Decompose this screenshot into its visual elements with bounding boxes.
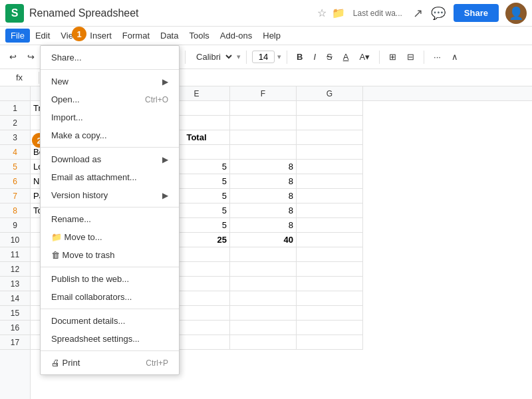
- font-size-arrow: ▾: [277, 53, 281, 61]
- cell-f10[interactable]: 40: [230, 233, 297, 247]
- dd-print[interactable]: 🖨 PrintCtrl+P: [41, 354, 179, 372]
- cell-f5[interactable]: 8: [230, 160, 297, 174]
- row-16[interactable]: 16: [0, 321, 30, 335]
- row-6[interactable]: 6: [0, 174, 30, 189]
- row-12[interactable]: 12: [0, 262, 30, 277]
- row-1[interactable]: 1: [0, 101, 30, 116]
- dd-sep1: [41, 69, 179, 70]
- menu-edit[interactable]: Edit: [30, 29, 55, 43]
- row-7[interactable]: 7: [0, 189, 30, 203]
- dd-email-attachment[interactable]: Email as attachment...: [41, 168, 179, 186]
- menu-insert[interactable]: Insert: [84, 29, 117, 43]
- dd-open[interactable]: Open...Ctrl+O: [41, 90, 179, 108]
- menu-format[interactable]: Format: [117, 29, 155, 43]
- menu-tools[interactable]: Tools: [184, 29, 214, 43]
- row-17[interactable]: 17: [0, 335, 30, 350]
- dd-rename[interactable]: Rename...: [41, 210, 179, 228]
- row-4[interactable]: 4: [0, 145, 30, 160]
- more-button[interactable]: ···: [430, 50, 445, 64]
- dd-sep5: [41, 309, 179, 309]
- cell-g2[interactable]: [297, 116, 363, 130]
- sep4: [246, 51, 247, 64]
- row-5[interactable]: 5: [0, 160, 30, 174]
- cell-f9[interactable]: 8: [230, 218, 297, 233]
- col-g[interactable]: G: [297, 86, 363, 100]
- merge-button[interactable]: ⊟: [403, 50, 418, 64]
- menu-addons[interactable]: Add-ons: [215, 29, 257, 43]
- font-select[interactable]: Calibri: [191, 50, 234, 64]
- dd-sheet-settings[interactable]: Spreadsheet settings...: [41, 330, 179, 348]
- undo-button[interactable]: ↩: [5, 50, 21, 64]
- menu-data[interactable]: Data: [155, 29, 184, 43]
- dd-make-copy[interactable]: Make a copy...: [41, 126, 179, 144]
- row-9[interactable]: 9: [0, 218, 30, 233]
- dd-download[interactable]: Download as▶: [41, 150, 179, 168]
- row-15[interactable]: 15: [0, 306, 30, 321]
- cell-g8[interactable]: [297, 203, 363, 218]
- cell-f7[interactable]: 8: [230, 189, 297, 203]
- row-3[interactable]: 3: [0, 130, 30, 145]
- cell-f2[interactable]: [230, 116, 297, 130]
- collapse-button[interactable]: ∧: [448, 50, 462, 64]
- strikethrough-button[interactable]: S: [323, 50, 336, 64]
- title-icons: ☆ 📁: [317, 7, 345, 19]
- title-bar: S Renamed Spreadsheet ☆ 📁 Last edit wa..…: [0, 0, 532, 27]
- formula-sep: [39, 72, 39, 84]
- share-button[interactable]: Share: [454, 4, 499, 22]
- row-8[interactable]: 8: [0, 203, 30, 218]
- dd-new[interactable]: New▶: [41, 72, 179, 90]
- dd-version-history[interactable]: Version history▶: [41, 186, 179, 204]
- row-2[interactable]: 2: [0, 116, 30, 130]
- borders-button[interactable]: ⊞: [385, 50, 400, 64]
- dd-doc-details[interactable]: Document details...: [41, 312, 179, 330]
- dd-import[interactable]: Import...: [41, 108, 179, 126]
- cell-ref-input[interactable]: [3, 72, 36, 82]
- cell-g7[interactable]: [297, 189, 363, 203]
- chart-icon[interactable]: ↗: [413, 6, 423, 21]
- row-11[interactable]: 11: [0, 247, 30, 262]
- sep5: [287, 51, 287, 64]
- last-edit: Last edit wa...: [353, 9, 402, 18]
- logo-text: S: [11, 7, 19, 19]
- menu-help[interactable]: Help: [257, 29, 286, 43]
- italic-button[interactable]: I: [309, 50, 320, 64]
- dd-share[interactable]: Share...: [41, 49, 179, 66]
- cell-f6[interactable]: 8: [230, 174, 297, 189]
- row-10[interactable]: 10: [0, 233, 30, 247]
- doc-title[interactable]: Renamed Spreadsheet: [29, 7, 317, 19]
- cell-g1[interactable]: [297, 101, 363, 116]
- cell-f1[interactable]: [230, 101, 297, 116]
- cell-f8[interactable]: 8: [230, 203, 297, 218]
- dd-move-trash[interactable]: 🗑 Move to trash: [41, 246, 179, 264]
- font-arrow: ▾: [237, 53, 241, 61]
- cell-g5[interactable]: [297, 160, 363, 174]
- cell-f3[interactable]: [230, 130, 297, 145]
- col-f[interactable]: F: [230, 86, 297, 100]
- underline-button[interactable]: A: [339, 50, 353, 64]
- avatar[interactable]: [505, 3, 527, 24]
- redo-button[interactable]: ↪: [23, 50, 39, 64]
- font-size-input[interactable]: [252, 51, 275, 63]
- cell-g9[interactable]: [297, 218, 363, 233]
- sep7: [424, 51, 424, 64]
- dd-email-collab[interactable]: Email collaborators...: [41, 288, 179, 306]
- dd-publish[interactable]: Publish to the web...: [41, 270, 179, 288]
- cell-g10[interactable]: [297, 233, 363, 247]
- dd-move-to[interactable]: 📁 Move to...: [41, 228, 179, 246]
- sep6: [379, 51, 380, 64]
- star-icon[interactable]: ☆: [317, 7, 327, 19]
- row-14[interactable]: 14: [0, 291, 30, 306]
- cell-g6[interactable]: [297, 174, 363, 189]
- row-13[interactable]: 13: [0, 277, 30, 291]
- cell-f4[interactable]: [230, 145, 297, 160]
- cell-g4[interactable]: [297, 145, 363, 160]
- fill-color-button[interactable]: A▾: [355, 50, 374, 64]
- file-dropdown: Share... New▶ Open...Ctrl+O Import... Ma…: [40, 45, 180, 375]
- comment-icon[interactable]: 💬: [431, 6, 446, 21]
- sep3: [185, 51, 186, 64]
- bold-button[interactable]: B: [293, 50, 307, 64]
- dd-sep2: [41, 147, 179, 148]
- menu-file[interactable]: File: [5, 29, 30, 43]
- folder-icon[interactable]: 📁: [332, 7, 345, 19]
- cell-g3[interactable]: [297, 130, 363, 145]
